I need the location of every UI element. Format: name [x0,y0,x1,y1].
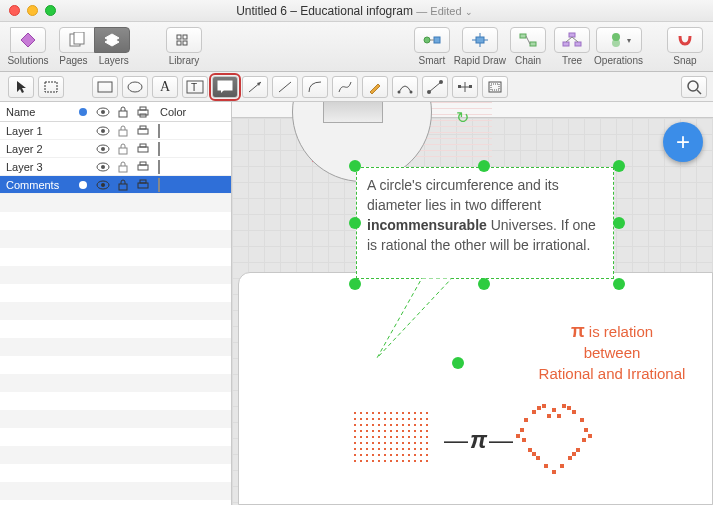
page-card [238,272,713,505]
svg-line-24 [572,37,578,42]
callout-text-box[interactable]: A circle's circumference and its diamete… [356,167,614,279]
highlighter-tool[interactable] [362,76,388,98]
rapid-draw-button[interactable]: Rapid Draw [454,27,506,66]
layers-button[interactable] [94,27,130,53]
bezier-tool[interactable] [392,76,418,98]
layer-row-selected[interactable]: Comments [0,176,231,194]
svg-rect-66 [140,144,146,147]
snap-button[interactable]: Snap [663,27,707,66]
color-swatch[interactable] [158,178,160,192]
color-swatch[interactable] [158,142,160,156]
resize-handle[interactable] [478,160,490,172]
app-doc-type: Educational infogram [300,4,413,18]
tree-button[interactable]: Tree [550,27,594,66]
svg-rect-21 [563,42,569,46]
canvas[interactable]: ↻ A circle's circumference and its diame… [232,102,713,505]
lock-icon[interactable] [116,178,130,192]
rectangle-tool[interactable] [92,76,118,98]
chain-button[interactable]: Chain [506,27,550,66]
resize-handle[interactable] [613,160,625,172]
tail-handle[interactable] [452,357,464,369]
minimize-window[interactable] [27,5,38,16]
color-swatch[interactable] [158,160,160,174]
print-col-icon [136,105,150,119]
layer-row[interactable]: Layer 2 [0,140,231,158]
resize-handle[interactable] [349,217,361,229]
redo-icon[interactable]: ↻ [456,108,469,127]
svg-point-42 [439,80,443,84]
color-swatch[interactable] [158,124,160,138]
line-arrow-tool[interactable] [242,76,268,98]
pi-relation-text[interactable]: π is relation between Rational and Irrat… [527,320,697,384]
print-icon[interactable] [136,178,150,192]
document-name: Untitled 6 [236,4,287,18]
col-color: Color [156,106,231,118]
svg-rect-7 [177,41,181,45]
print-icon[interactable] [136,142,150,156]
lock-icon[interactable] [116,160,130,174]
svg-point-49 [688,81,698,91]
eye-icon[interactable] [96,160,110,174]
ellipse-tool[interactable] [122,76,148,98]
arc-tool[interactable] [302,76,328,98]
operations-button[interactable]: ▾ Operations [594,27,643,66]
svg-point-58 [101,129,105,133]
svg-rect-76 [140,180,146,183]
chevron-down-icon[interactable]: ⌄ [465,7,473,17]
pointer-tool[interactable] [8,76,34,98]
visible-col-icon [96,105,110,119]
window-titlebar: Untitled 6 – Educational infogram — Edit… [0,0,713,22]
resize-handle[interactable] [613,278,625,290]
layer-row[interactable]: Layer 1 [0,122,231,140]
dot-square-graphic[interactable] [352,410,432,466]
eye-icon[interactable] [96,178,110,192]
pi-center-label[interactable]: —π— [444,426,515,454]
connector-tool[interactable] [422,76,448,98]
smart-button[interactable]: Smart [410,27,454,66]
print-icon[interactable] [136,160,150,174]
svg-rect-12 [476,37,484,43]
print-icon[interactable] [136,124,150,138]
svg-rect-18 [530,42,536,46]
pages-button[interactable] [59,27,95,53]
svg-text:T: T [191,82,197,93]
svg-marker-33 [221,89,225,93]
line-tool[interactable] [272,76,298,98]
resize-handle[interactable] [478,278,490,290]
svg-rect-74 [119,184,127,190]
add-button[interactable]: + [663,122,703,162]
solutions-button[interactable]: Solutions [6,27,50,66]
text-tool[interactable]: A [152,76,178,98]
eye-icon[interactable] [96,142,110,156]
text-box-tool[interactable]: T [182,76,208,98]
dot-heart-graphic[interactable] [512,400,602,478]
eye-icon[interactable] [96,124,110,138]
crop-tool[interactable] [482,76,508,98]
lock-icon[interactable] [116,124,130,138]
node-edit-tool[interactable] [452,76,478,98]
spline-tool[interactable] [332,76,358,98]
svg-point-63 [101,147,105,151]
marquee-tool[interactable] [38,76,64,98]
layer-row[interactable]: Layer 3 [0,158,231,176]
svg-rect-28 [98,82,112,92]
zoom-window[interactable] [45,5,56,16]
close-window[interactable] [9,5,20,16]
active-col-icon [76,105,90,119]
callout-tool[interactable] [212,76,238,98]
svg-point-39 [410,90,413,93]
layers-panel: Name Color Layer 1 Layer 2 Layer 3 [0,102,232,505]
resize-handle[interactable] [349,278,361,290]
search-tool[interactable] [681,76,707,98]
library-button[interactable]: Library [162,27,206,66]
callout-shape[interactable]: A circle's circumference and its diamete… [356,167,618,283]
main-toolbar: Solutions Pages Layers Library Smart Rap… [0,22,713,72]
svg-point-38 [398,90,401,93]
resize-handle[interactable] [349,160,361,172]
edited-indicator: Edited [430,5,461,17]
shape-tool-row: A T [0,72,713,102]
resize-handle[interactable] [613,217,625,229]
pages-layers-segment: Pages Layers [50,27,138,66]
lock-icon[interactable] [116,142,130,156]
plus-icon: + [676,128,690,156]
